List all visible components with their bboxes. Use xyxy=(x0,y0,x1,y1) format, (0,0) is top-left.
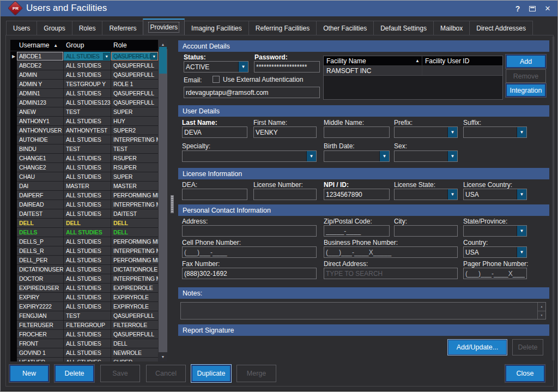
cell-role[interactable]: SUPER xyxy=(111,107,158,117)
cell-username[interactable]: DELLS_P xyxy=(17,237,64,246)
cell-role[interactable]: PERFORMING MD xyxy=(111,237,158,246)
cell-username[interactable]: DAI xyxy=(17,182,64,191)
cell-group[interactable]: ALL STUDIES xyxy=(64,274,111,284)
column-header-group[interactable]: Group xyxy=(64,40,111,51)
cell-username[interactable]: ADMIN xyxy=(17,70,64,80)
country-dropdown-icon[interactable]: ▼ xyxy=(517,247,526,257)
cell-group[interactable]: ALL STUDIES xyxy=(64,154,111,163)
prefix-select[interactable]: ▼ xyxy=(394,126,458,138)
cell-username[interactable]: DELLS_R xyxy=(17,246,64,256)
sex-select[interactable]: ▼ xyxy=(394,150,458,162)
add-facility-button[interactable]: Add xyxy=(506,55,546,68)
cell-role[interactable]: SUPER xyxy=(111,358,158,361)
first-name-field[interactable] xyxy=(253,126,317,138)
suffix-dropdown-icon[interactable]: ▼ xyxy=(517,127,526,137)
cell-username[interactable]: EXPIRY xyxy=(17,293,64,302)
delete-signature-button[interactable]: Delete xyxy=(512,339,543,355)
email-field[interactable] xyxy=(184,87,320,98)
cell-group[interactable]: ALL STUDIES xyxy=(64,339,111,348)
cell-group[interactable]: ALL STUDIES xyxy=(64,117,111,126)
cell-username[interactable]: EXPIRY2222 xyxy=(17,302,64,311)
role-dropdown-icon[interactable]: ▼ xyxy=(150,53,157,60)
table-row[interactable]: HEATHERALL STUDIESSUPER xyxy=(10,358,158,361)
notes-scroll-up-icon[interactable]: ▲ xyxy=(538,303,545,311)
cell-username[interactable]: DOCTOR xyxy=(17,274,64,284)
cell-group[interactable]: MASTER xyxy=(64,182,111,191)
facility-row[interactable]: RAMSOFT INC xyxy=(324,66,502,76)
cell-role[interactable]: INTERPRETING MD xyxy=(111,274,158,284)
suffix-select[interactable]: ▼ xyxy=(463,126,527,138)
cell-username[interactable]: CHAU xyxy=(17,172,64,182)
save-button[interactable]: Save xyxy=(100,365,140,382)
cell-group[interactable]: ALL STUDIES xyxy=(64,256,111,265)
cell-group[interactable]: ALL STUDIES xyxy=(64,172,111,182)
restore-button[interactable] xyxy=(525,1,539,16)
table-row[interactable]: DAIPERFALL STUDIESPERFORMING MD xyxy=(10,191,158,200)
cell-role[interactable]: INTERPRETING MD xyxy=(111,246,158,256)
table-row[interactable]: FROCHERALL STUDIESQASUPERFULL xyxy=(10,330,158,339)
cell-group[interactable]: ALL STUDIES xyxy=(64,191,111,200)
table-row[interactable]: FRONTALL STUDIESDELL xyxy=(10,339,158,348)
cell-group[interactable]: ALL STUDIES xyxy=(64,246,111,256)
table-row[interactable]: BINDUTESTTEST xyxy=(10,144,158,154)
address-field[interactable] xyxy=(182,225,317,237)
cell-group[interactable]: ALL STUDIES xyxy=(64,163,111,172)
cell-group[interactable]: ALL STUDIES xyxy=(64,209,111,219)
cell-username[interactable]: ADMIN1 xyxy=(17,89,64,98)
table-row[interactable]: ADMIN YTESTGROUP YROLE 1 xyxy=(10,80,158,89)
facility-name-column-header[interactable]: Facility Name ▲ xyxy=(324,56,422,65)
cell-role[interactable]: QASUPERFULL xyxy=(111,98,158,107)
table-row[interactable]: ADMIN123ALL STUDIES123QASUPERFULL xyxy=(10,98,158,107)
table-row[interactable]: DAIREADALL STUDIESINTERPRETING MD xyxy=(10,200,158,209)
duplicate-button[interactable]: Duplicate xyxy=(191,365,231,382)
middle-name-field[interactable] xyxy=(324,126,390,138)
last-name-field[interactable] xyxy=(182,126,247,138)
cell-role[interactable]: PERFORMING MD xyxy=(111,191,158,200)
cell-role[interactable]: RSUPER xyxy=(111,154,158,163)
table-row[interactable]: ANTHONY1ALL STUDIESHUY xyxy=(10,117,158,126)
cell-role[interactable]: EXPIREDROLE xyxy=(111,284,158,293)
cell-group[interactable]: ALL STUDIES xyxy=(64,358,111,361)
notes-scroll-down-icon[interactable]: ▼ xyxy=(538,311,545,319)
cell-username[interactable]: FENGJIAN xyxy=(17,311,64,321)
remove-facility-button[interactable]: Remove xyxy=(506,69,546,83)
cell-group[interactable]: ALL STUDIES xyxy=(64,348,111,358)
cell-username[interactable]: DAIPERF xyxy=(17,191,64,200)
tab-default-settings[interactable]: Default Settings xyxy=(373,21,434,35)
tab-groups[interactable]: Groups xyxy=(37,21,72,35)
cell-role[interactable]: DELL xyxy=(111,228,158,237)
fax-field[interactable] xyxy=(182,268,317,279)
cell-group[interactable]: ALL STUDIES xyxy=(64,228,111,237)
cell-username[interactable]: CHANGE2 xyxy=(17,163,64,172)
specialty-select[interactable]: ▼ xyxy=(182,150,317,162)
cell-group[interactable]: ALL STUDIES▼ xyxy=(64,52,111,61)
status-dropdown-icon[interactable]: ▼ xyxy=(238,62,248,72)
cell-group[interactable]: ALL STUDIES xyxy=(64,70,111,80)
cell-role[interactable]: QASUPERFULL xyxy=(111,311,158,321)
cell-username[interactable]: ABCDE2 xyxy=(17,61,64,70)
cell-role[interactable]: MASTER xyxy=(111,182,158,191)
table-row[interactable]: EXPIRYALL STUDIESEXPIRYROLE xyxy=(10,293,158,302)
table-row[interactable]: ADMIN1ALL STUDIESQASUPERFULL xyxy=(10,89,158,98)
new-button[interactable]: New xyxy=(9,365,49,382)
cell-role[interactable]: QASUPERFULL xyxy=(111,61,158,70)
cell-group[interactable]: FILTERGROUP xyxy=(64,321,111,330)
users-grid-scrollbar[interactable]: ▲ ▼ xyxy=(159,40,167,361)
tab-providers[interactable]: Providers xyxy=(143,19,185,35)
table-row[interactable]: DELLSALL STUDIESDELL xyxy=(10,228,158,237)
table-row[interactable]: FENGJIANTESTQASUPERFULL xyxy=(10,311,158,321)
table-row[interactable]: ABCDE2ALL STUDIESQASUPERFULL xyxy=(10,61,158,70)
license-country-dropdown-icon[interactable]: ▼ xyxy=(517,189,526,200)
cell-group[interactable]: ALL STUDIES xyxy=(64,89,111,98)
cell-username[interactable]: FRONT xyxy=(17,339,64,348)
table-row[interactable]: ▶ABCDE1ALL STUDIES▼QASUPERFULL▼ xyxy=(10,52,158,61)
cell-role[interactable]: QASUPERFULL xyxy=(111,70,158,80)
city-field[interactable] xyxy=(394,225,458,237)
table-row[interactable]: FILTERUSERFILTERGROUPFILTERROLE xyxy=(10,321,158,330)
prefix-dropdown-icon[interactable]: ▼ xyxy=(447,127,457,137)
cell-username[interactable]: HEATHER xyxy=(17,358,64,361)
cell-role[interactable]: SUPER xyxy=(111,172,158,182)
integration-button[interactable]: Integration xyxy=(506,83,546,97)
help-button[interactable]: ? xyxy=(511,1,525,16)
cell-username[interactable]: DAITEST xyxy=(17,209,64,219)
